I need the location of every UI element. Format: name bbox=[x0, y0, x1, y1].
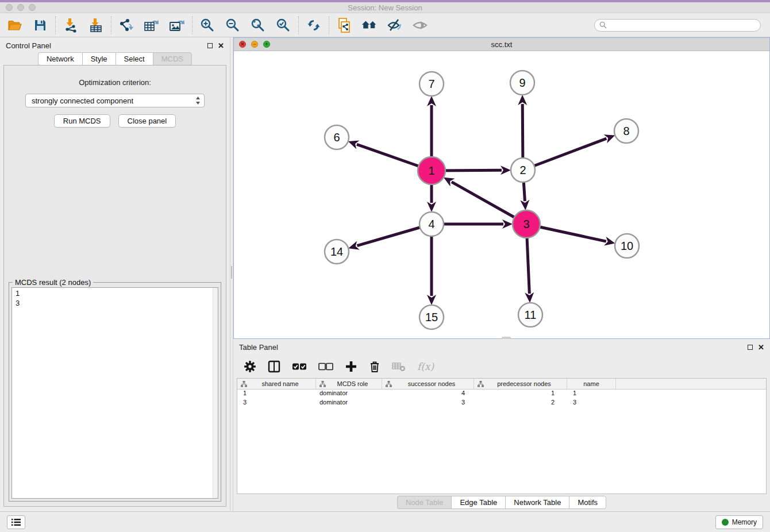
memory-button[interactable]: Memory bbox=[715, 515, 763, 529]
node-label-10: 10 bbox=[621, 240, 633, 252]
open-session-icon[interactable] bbox=[7, 17, 23, 33]
status-bar: Memory bbox=[0, 511, 770, 532]
column-header-name[interactable]: name bbox=[567, 379, 616, 389]
tab-motifs[interactable]: Motifs bbox=[569, 496, 606, 509]
column-header-predecessor-nodes[interactable]: predecessor nodes bbox=[474, 379, 567, 389]
float-table-panel-icon[interactable] bbox=[748, 345, 753, 350]
table-options-gear-icon[interactable] bbox=[244, 360, 256, 373]
control-panel: Control Panel ✕ Network Style Select MCD… bbox=[0, 37, 230, 511]
network-graph[interactable]: 7968124314101511 bbox=[234, 51, 769, 337]
table-row[interactable]: 3dominator323 bbox=[237, 399, 766, 408]
table-tabs: Node Table Edge Table Network Table Moti… bbox=[397, 496, 606, 509]
apply-function-icon[interactable]: f(x) bbox=[417, 361, 434, 372]
table-cell[interactable]: 3 bbox=[382, 399, 474, 408]
node-label-1: 1 bbox=[428, 164, 434, 177]
tab-edge-table[interactable]: Edge Table bbox=[451, 496, 505, 509]
export-image-icon[interactable] bbox=[169, 17, 185, 33]
node-label-14: 14 bbox=[330, 245, 343, 258]
zoom-fit-icon[interactable] bbox=[250, 17, 266, 33]
search-field[interactable] bbox=[594, 19, 761, 32]
tab-network[interactable]: Network bbox=[38, 52, 82, 65]
column-attribute-icon bbox=[241, 381, 247, 387]
export-table-icon[interactable] bbox=[144, 17, 160, 33]
window-title: Session: New Session bbox=[0, 3, 770, 12]
table-panel-title: Table Panel bbox=[239, 343, 748, 352]
tab-mcds[interactable]: MCDS bbox=[153, 52, 192, 65]
select-all-columns-icon[interactable] bbox=[292, 363, 307, 371]
network-close-button[interactable]: ✕ bbox=[239, 41, 246, 48]
create-column-icon[interactable] bbox=[345, 360, 357, 373]
node-label-2: 2 bbox=[519, 164, 526, 176]
network-titlebar[interactable]: ✕ − + scc.txt bbox=[234, 38, 769, 51]
show-graphics-details-icon[interactable] bbox=[412, 17, 428, 33]
network-title: scc.txt bbox=[234, 40, 769, 49]
table-cell[interactable]: 1 bbox=[567, 390, 616, 399]
node-label-3: 3 bbox=[523, 218, 529, 230]
tab-node-table[interactable]: Node Table bbox=[397, 496, 452, 509]
optimization-criterion-select[interactable]: strongly connected component bbox=[25, 94, 205, 107]
zoom-out-icon[interactable] bbox=[225, 17, 241, 33]
table-cell[interactable]: dominator bbox=[316, 399, 382, 408]
column-header-label: successor nodes bbox=[392, 380, 471, 387]
delete-table-icon[interactable] bbox=[392, 361, 406, 372]
node-label-9: 9 bbox=[519, 76, 525, 89]
mcds-result-group: MCDS result (2 nodes) 1 3 bbox=[9, 282, 221, 502]
clone-network-icon[interactable] bbox=[336, 17, 352, 33]
mcds-result-title: MCDS result (2 nodes) bbox=[13, 278, 93, 287]
column-attribute-icon bbox=[319, 381, 326, 387]
table-cell[interactable]: 1 bbox=[237, 390, 316, 399]
network-canvas[interactable]: 7968124314101511 bbox=[234, 51, 769, 338]
network-maximize-button[interactable]: + bbox=[263, 41, 270, 48]
table-row[interactable]: 1dominator411 bbox=[237, 390, 766, 399]
import-network-icon[interactable] bbox=[63, 17, 79, 33]
close-panel-icon[interactable]: ✕ bbox=[218, 42, 224, 49]
zoom-selected-icon[interactable] bbox=[275, 17, 291, 33]
table-cell[interactable]: 4 bbox=[382, 390, 474, 399]
memory-status-icon bbox=[722, 519, 729, 526]
titlebar: Session: New Session bbox=[0, 2, 770, 13]
result-scrollbar[interactable] bbox=[213, 288, 218, 498]
run-mcds-button[interactable]: Run MCDS bbox=[54, 114, 110, 128]
unselect-all-columns-icon[interactable] bbox=[318, 363, 333, 371]
network-minimize-button[interactable]: − bbox=[251, 41, 258, 48]
edge-2-8[interactable] bbox=[523, 138, 606, 170]
export-network-icon[interactable] bbox=[118, 17, 134, 33]
table-cell[interactable]: dominator bbox=[316, 390, 382, 399]
column-header-shared-name[interactable]: shared name bbox=[237, 379, 316, 389]
tab-style[interactable]: Style bbox=[82, 52, 116, 65]
column-header-successor-nodes[interactable]: successor nodes bbox=[382, 379, 474, 389]
networks-overview-icon[interactable] bbox=[361, 17, 378, 33]
zoom-in-icon[interactable] bbox=[199, 17, 215, 33]
task-history-button[interactable] bbox=[7, 515, 25, 529]
search-input[interactable] bbox=[610, 21, 756, 29]
node-label-8: 8 bbox=[623, 125, 629, 137]
mcds-result-text[interactable]: 1 3 bbox=[12, 288, 213, 498]
control-panel-title: Control Panel bbox=[6, 41, 207, 50]
tab-network-table[interactable]: Network Table bbox=[505, 496, 569, 509]
import-table-icon[interactable] bbox=[88, 17, 104, 33]
table-toolbar: f(x) bbox=[233, 355, 770, 378]
table-cell[interactable]: 3 bbox=[237, 399, 316, 408]
column-attribute-icon bbox=[478, 381, 484, 387]
memory-label: Memory bbox=[732, 518, 757, 526]
hide-graphics-details-icon[interactable] bbox=[387, 17, 403, 33]
network-resize-grip[interactable] bbox=[502, 337, 511, 339]
close-panel-button[interactable]: Close panel bbox=[118, 114, 176, 128]
save-session-icon[interactable] bbox=[32, 17, 48, 33]
table-cell[interactable]: 3 bbox=[567, 399, 616, 408]
table-cell[interactable]: 1 bbox=[474, 390, 567, 399]
delete-columns-icon[interactable] bbox=[369, 360, 380, 373]
node-label-11: 11 bbox=[525, 309, 537, 321]
tab-select[interactable]: Select bbox=[116, 52, 153, 65]
search-icon bbox=[599, 21, 607, 29]
float-panel-icon[interactable] bbox=[207, 43, 213, 48]
close-table-panel-icon[interactable]: ✕ bbox=[758, 344, 764, 351]
table-cell[interactable]: 2 bbox=[474, 399, 567, 408]
app-window: Session: New Session bbox=[0, 0, 770, 532]
column-attribute-icon bbox=[386, 381, 392, 387]
node-table[interactable]: shared nameMCDS rolesuccessor nodesprede… bbox=[237, 378, 767, 494]
show-column-panel-icon[interactable] bbox=[268, 360, 280, 373]
refresh-view-icon[interactable] bbox=[306, 17, 322, 33]
column-header-MCDS-role[interactable]: MCDS role bbox=[316, 379, 382, 389]
divider-grip[interactable] bbox=[231, 266, 232, 279]
